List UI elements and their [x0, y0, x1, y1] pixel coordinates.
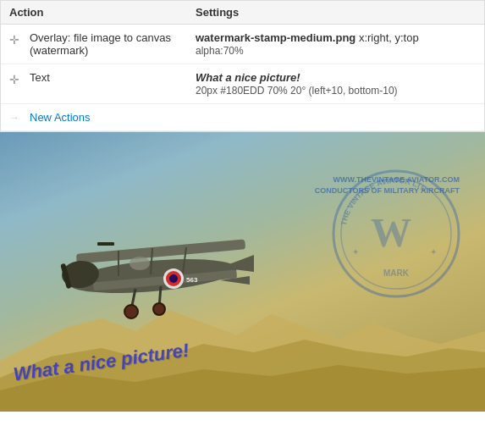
svg-rect-22	[97, 242, 114, 246]
settings-alpha: alpha:70%	[196, 45, 244, 57]
svg-point-17	[130, 257, 150, 270]
svg-text:563: 563	[186, 276, 198, 284]
settings-filename: watermark-stamp-medium.png	[196, 31, 355, 44]
move-icon: ✛	[9, 73, 26, 86]
svg-text:W: W	[371, 210, 411, 255]
biplane-svg: 563	[8, 166, 296, 369]
table-row: ✛ Text What a nice picture! 20px #180EDD…	[1, 64, 484, 104]
svg-point-20	[169, 274, 178, 283]
svg-point-12	[124, 305, 138, 318]
image-preview: 563 WWW.THEVINTAGE AVIATOR.COM CONDUCTOR…	[0, 132, 485, 412]
watermark-stamp: THE VINTAGE AVIATOR LTD W MARK ✦ ✦	[324, 158, 468, 310]
table-row: ✛ Overlay: file image to canvas (waterma…	[1, 25, 484, 64]
svg-text:✦: ✦	[430, 247, 437, 257]
settings-text: What a nice picture! 20px #180EDD 70% 20…	[196, 71, 476, 97]
settings-font-details: 20px #180EDD 70% 20° (left+10, bottom-10…	[196, 85, 398, 97]
header-settings: Settings	[196, 6, 476, 19]
move-icon: ✛	[9, 33, 26, 47]
header-action: Action	[9, 6, 196, 19]
settings-italic-text: What a nice picture!	[196, 71, 300, 84]
table-header: Action Settings	[1, 1, 484, 25]
action-label-overlay: Overlay: file image to canvas (watermark…	[30, 31, 196, 57]
svg-point-13	[153, 303, 165, 315]
new-actions-row: → New Actions	[1, 104, 484, 131]
svg-text:✦: ✦	[352, 247, 359, 257]
new-actions-link[interactable]: New Actions	[30, 111, 91, 124]
arrow-icon: →	[9, 112, 26, 124]
settings-overlay: watermark-stamp-medium.png x:right, y:to…	[196, 31, 476, 57]
svg-text:MARK: MARK	[383, 268, 410, 278]
actions-table: Action Settings ✛ Overlay: file image to…	[0, 0, 485, 132]
action-label-text: Text	[30, 71, 196, 84]
